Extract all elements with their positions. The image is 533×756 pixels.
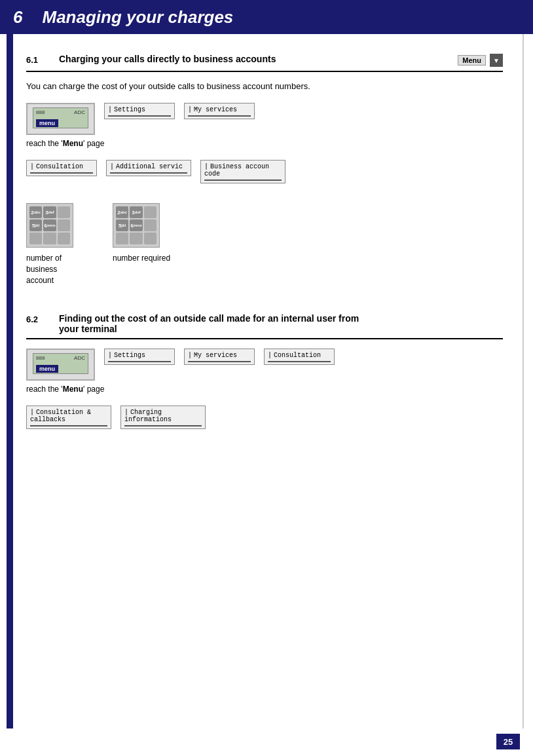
additional-services-screen: |Additional servic <box>106 160 191 176</box>
key-5b: 5jkl <box>116 219 128 231</box>
left-accent-bar <box>7 34 13 728</box>
settings-screen: |Settings <box>104 103 175 119</box>
screen-row-2: |Consultation |Additional servic |Busine… <box>26 160 503 183</box>
page-number: 25 <box>496 734 520 749</box>
section-62: 6.2 Finding out the cost of an outside c… <box>26 305 503 429</box>
key-empty1b <box>144 206 156 218</box>
business-account-screen: |Business accouncode <box>200 160 285 183</box>
key-empty2a <box>58 219 70 231</box>
caption-reach-62: reach the 'Menu' page <box>26 385 503 394</box>
consultation-label-62: Consultation <box>274 352 321 359</box>
consultation-callbacks-screen: |Consultation &callbacks <box>26 406 111 429</box>
section-62-num: 6.2 <box>26 313 59 324</box>
screen-row-62-1: 888 ADC menu |Settings |My services <box>26 349 503 381</box>
key-empty5b <box>144 233 156 244</box>
caption-reach-61: reach the 'Menu' page <box>26 139 503 148</box>
charging-info-screen: |Charginginformations <box>120 406 206 429</box>
settings-label: Settings <box>114 106 145 113</box>
key-empty3b <box>116 233 128 244</box>
right-border <box>523 34 524 728</box>
menu-badge: Menu <box>458 55 486 66</box>
key-3a: 3def <box>43 206 56 218</box>
key-2b: 2abc <box>116 206 128 218</box>
settings-label-62: Settings <box>114 352 145 359</box>
menu-btn: menu <box>36 119 58 127</box>
section-61-title: Charging your calls directly to business… <box>59 54 458 64</box>
additional-services-label: Additional servic <box>116 163 183 170</box>
section-61: 6.1 Charging your calls directly to busi… <box>26 46 503 286</box>
key-6a: 6mno <box>43 219 56 231</box>
key-empty4b <box>130 233 142 244</box>
chapter-number: 6 <box>13 7 22 28</box>
section-62-title: Finding out the cost of an outside call … <box>59 313 503 334</box>
number-item-2: 2abc 3def 5jkl 6mno number required <box>113 203 170 264</box>
key-empty2b <box>144 219 156 231</box>
phone-status-right: ADC <box>74 109 85 115</box>
my-services-label: My services <box>194 106 237 113</box>
page-header: 6 Managing your charges <box>0 0 533 34</box>
phone-mockup: 888 ADC menu <box>26 103 95 135</box>
key-3b: 3def <box>130 206 142 218</box>
keypad-2: 2abc 3def 5jkl 6mno <box>113 203 160 248</box>
consultation-screen-62: |Consultation <box>264 349 335 365</box>
consultation-screen: |Consultation <box>26 160 97 176</box>
phone-status-left: 888 <box>36 109 45 115</box>
key-empty5a <box>58 233 70 244</box>
key-empty1a <box>58 206 70 218</box>
charging-info-label: Charginginformations <box>124 409 172 423</box>
keypad-1: 2abc 3def 5jkl 6mno <box>26 203 73 248</box>
number-section: 2abc 3def 5jkl 6mno number of business a… <box>26 203 503 286</box>
screen-row-1: 888 ADC menu |Settings <box>26 103 503 135</box>
screen-row-62-2: |Consultation &callbacks |Charginginform… <box>26 406 503 429</box>
my-services-screen-62: |My services <box>184 349 255 365</box>
number-caption-2: number required <box>113 253 170 264</box>
phone-status-right-62: ADC <box>74 355 85 361</box>
arrow-badge: ▼ <box>490 54 503 67</box>
intro-text-61: You can charge the cost of your outside … <box>26 81 503 91</box>
phone-status-left-62: 888 <box>36 355 45 361</box>
consultation-callbacks-label: Consultation &callbacks <box>30 409 91 423</box>
my-services-label-62: My services <box>194 352 237 359</box>
number-item-1: 2abc 3def 5jkl 6mno number of business a… <box>26 203 73 286</box>
menu-btn-62: menu <box>36 365 58 373</box>
number-caption-1: number of business account <box>26 253 62 286</box>
key-empty4a <box>43 233 56 244</box>
key-2a: 2abc <box>29 206 42 218</box>
chapter-title: Managing your charges <box>42 7 233 28</box>
business-account-label: Business accouncode <box>204 163 269 178</box>
settings-screen-62: |Settings <box>104 349 175 365</box>
key-5a: 5jkl <box>29 219 42 231</box>
key-empty3a <box>29 233 42 244</box>
consultation-label: Consultation <box>36 163 83 170</box>
section-badges: Menu ▼ <box>458 54 503 67</box>
key-6b: 6mno <box>130 219 142 231</box>
phone-mockup-62: 888 ADC menu <box>26 349 95 381</box>
section-62-header: 6.2 Finding out the cost of an outside c… <box>26 305 503 339</box>
my-services-screen: |My services <box>184 103 255 119</box>
section-61-header: 6.1 Charging your calls directly to busi… <box>26 46 503 72</box>
section-61-num: 6.1 <box>26 54 59 65</box>
